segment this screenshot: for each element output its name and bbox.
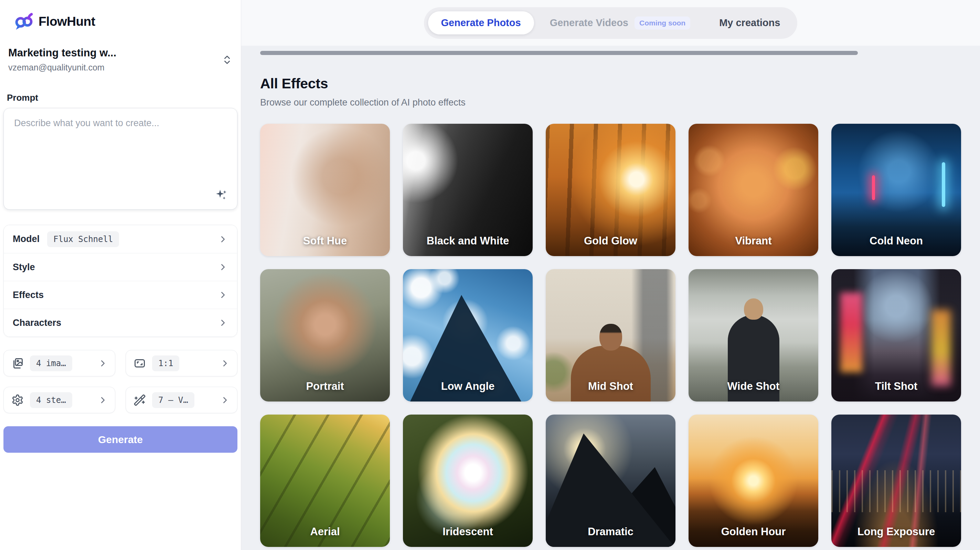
steps-option[interactable]: 4 ste… [3, 387, 115, 413]
effect-card-portrait[interactable]: Portrait [260, 269, 390, 401]
effect-card-low-angle[interactable]: Low Angle [403, 269, 533, 401]
aspect-ratio-option[interactable]: 1:1 [126, 350, 237, 376]
steps-gear-icon [11, 394, 24, 406]
effect-card-aerial[interactable]: Aerial [260, 415, 390, 547]
effect-card-mid-shot[interactable]: Mid Shot [546, 269, 676, 401]
effect-card-black-and-white[interactable]: Black and White [403, 124, 533, 256]
page-title: All Effects [260, 76, 961, 92]
effect-card-label: Dramatic [546, 526, 676, 538]
setting-row-model[interactable]: Model Flux Schnell [4, 225, 237, 253]
sidebar: FlowHunt Marketing testing w... vzeman@q… [0, 0, 241, 550]
effect-card-label: Wide Shot [689, 380, 818, 393]
tab-label: Generate Videos [550, 17, 628, 29]
model-value-badge: Flux Schnell [47, 231, 119, 247]
page-subtitle: Browse our complete collection of AI pho… [260, 97, 961, 108]
effect-card-label: Long Exposure [831, 526, 961, 538]
setting-row-characters[interactable]: Characters [4, 309, 237, 336]
chevron-right-icon [218, 262, 228, 272]
carousel-scrollbar[interactable] [260, 51, 858, 55]
effect-card-golden-hour[interactable]: Golden Hour [689, 415, 818, 547]
prompt-box [3, 108, 237, 210]
top-header: Generate Photos Generate Videos Coming s… [241, 0, 980, 46]
model-label: Model [13, 234, 40, 244]
effects-grid: Soft HueBlack and WhiteGold GlowVibrantC… [260, 124, 961, 547]
chevron-right-icon [98, 358, 108, 368]
effect-card-label: Soft Hue [260, 235, 390, 247]
effect-card-label: Portrait [260, 380, 390, 393]
effects-section: All Effects Browse our complete collecti… [241, 55, 980, 547]
effect-card-label: Aerial [260, 526, 390, 538]
chevron-right-icon [218, 234, 228, 244]
prompt-label: Prompt [7, 92, 237, 103]
effect-card-gold-glow[interactable]: Gold Glow [546, 124, 676, 256]
generation-settings: Model Flux Schnell Style Effects Charact… [3, 225, 237, 337]
quick-options: 4 ima… 1:1 [3, 350, 237, 413]
aspect-ratio-icon [134, 357, 146, 369]
effect-card-vibrant[interactable]: Vibrant [689, 124, 818, 256]
steps-value: 4 ste… [30, 392, 72, 408]
chevron-right-icon [98, 395, 108, 405]
coming-soon-badge: Coming soon [635, 16, 690, 30]
chevron-right-icon [220, 395, 230, 405]
effect-card-tilt-shot[interactable]: Tilt Shot [831, 269, 961, 401]
app-logo: FlowHunt [3, 12, 237, 32]
effect-card-soft-hue[interactable]: Soft Hue [260, 124, 390, 256]
effect-card-label: Mid Shot [546, 380, 676, 393]
effect-card-long-exposure[interactable]: Long Exposure [831, 415, 961, 547]
guidance-option[interactable]: 7 – V… [126, 387, 237, 413]
tab-generate-photos[interactable]: Generate Photos [428, 11, 534, 34]
setting-row-style[interactable]: Style [4, 253, 237, 281]
chevron-right-icon [218, 318, 228, 328]
chevron-right-icon [218, 290, 228, 300]
effect-card-label: Tilt Shot [831, 380, 961, 393]
effect-card-wide-shot[interactable]: Wide Shot [689, 269, 818, 401]
tab-label: My creations [719, 17, 780, 29]
tab-my-creations[interactable]: My creations [706, 11, 793, 34]
effect-card-label: Golden Hour [689, 526, 818, 538]
images-icon [11, 357, 24, 369]
workspace-email: vzeman@qualityunit.com [8, 63, 116, 73]
style-label: Style [13, 262, 35, 273]
setting-row-effects[interactable]: Effects [4, 281, 237, 309]
workspace-switcher[interactable]: Marketing testing w... vzeman@qualityuni… [3, 47, 237, 73]
effect-card-label: Gold Glow [546, 235, 676, 247]
effects-label: Effects [13, 290, 44, 300]
flowhunt-logo-icon [14, 12, 34, 32]
tab-generate-videos[interactable]: Generate Videos Coming soon [537, 11, 704, 35]
effect-card-label: Black and White [403, 235, 533, 247]
effect-card-label: Vibrant [689, 235, 818, 247]
sparkles-icon[interactable] [215, 188, 228, 202]
magic-wand-icon [134, 394, 146, 406]
main-content: Generate Photos Generate Videos Coming s… [241, 0, 980, 550]
characters-label: Characters [13, 318, 61, 328]
generation-tabs: Generate Photos Generate Videos Coming s… [424, 7, 798, 39]
image-count-value: 4 ima… [30, 355, 72, 371]
effect-card-dramatic[interactable]: Dramatic [546, 415, 676, 547]
workspace-name: Marketing testing w... [8, 47, 116, 59]
app-title: FlowHunt [38, 14, 95, 29]
chevrons-up-down-icon [221, 54, 232, 65]
effect-card-iridescent[interactable]: Iridescent [403, 415, 533, 547]
effect-card-label: Low Angle [403, 380, 533, 393]
aspect-ratio-value: 1:1 [152, 355, 179, 371]
chevron-right-icon [220, 358, 230, 368]
prompt-input[interactable] [4, 108, 237, 209]
generate-button[interactable]: Generate [3, 426, 237, 453]
tab-label: Generate Photos [441, 17, 521, 29]
image-count-option[interactable]: 4 ima… [3, 350, 115, 376]
effect-card-label: Cold Neon [831, 235, 961, 247]
guidance-value: 7 – V… [152, 392, 194, 408]
effect-card-cold-neon[interactable]: Cold Neon [831, 124, 961, 256]
effect-card-label: Iridescent [403, 526, 533, 538]
